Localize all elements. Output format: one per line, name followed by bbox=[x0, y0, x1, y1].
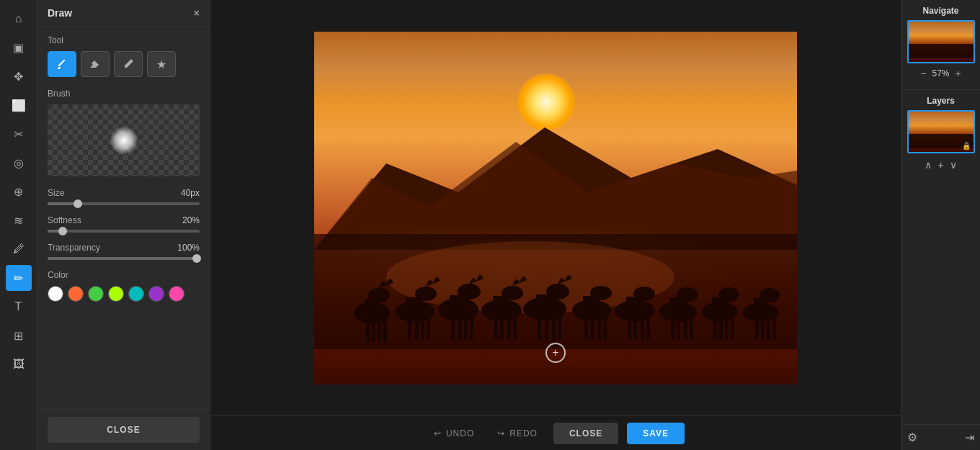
transparency-slider-track[interactable] bbox=[48, 257, 200, 260]
svg-rect-11 bbox=[406, 297, 422, 318]
svg-rect-20 bbox=[451, 317, 455, 340]
text-icon[interactable]: T bbox=[6, 294, 32, 320]
eraser-tool-btn[interactable] bbox=[81, 51, 110, 77]
layer-controls: ∧ + ∨ bbox=[907, 156, 974, 174]
draw-panel: Draw × Tool ★ Brush bbox=[37, 0, 210, 450]
pencil-tool-btn[interactable] bbox=[114, 51, 143, 77]
softness-value: 20% bbox=[182, 215, 200, 225]
svg-rect-27 bbox=[494, 318, 498, 339]
svg-rect-72 bbox=[772, 320, 776, 339]
tool-section-label: Tool bbox=[48, 35, 200, 45]
color-swatch-pink[interactable] bbox=[169, 286, 184, 302]
undo-button[interactable]: ↩ UNDO bbox=[427, 424, 481, 443]
zoom-in-button[interactable]: + bbox=[956, 68, 961, 79]
left-toolbar: ⌂ ▣ ✥ ⬜ ✂ ◎ ⊕ ≋ 🖉 ✏ T ⊞ 🖼 bbox=[0, 0, 37, 450]
softness-slider-thumb[interactable] bbox=[58, 227, 67, 235]
svg-rect-16 bbox=[427, 319, 430, 339]
expand-button[interactable]: ⇥ bbox=[965, 431, 974, 444]
crop-icon[interactable]: ⬜ bbox=[6, 92, 32, 118]
svg-rect-21 bbox=[458, 317, 462, 340]
svg-rect-30 bbox=[513, 318, 517, 339]
bottom-close-button[interactable]: CLOSE bbox=[553, 423, 618, 444]
eyedropper-icon[interactable]: 🖉 bbox=[6, 236, 32, 262]
brush-tool-btn[interactable] bbox=[48, 51, 76, 77]
settings-button[interactable]: ⚙ bbox=[907, 431, 917, 444]
svg-rect-69 bbox=[755, 320, 759, 339]
svg-rect-34 bbox=[538, 316, 541, 341]
scissors-icon[interactable]: ✂ bbox=[6, 121, 32, 147]
wave-icon[interactable]: ≋ bbox=[6, 207, 32, 233]
color-swatch-white[interactable] bbox=[48, 286, 63, 302]
svg-rect-51 bbox=[646, 318, 650, 339]
image-icon[interactable]: 🖼 bbox=[6, 351, 32, 377]
right-panel-footer: ⚙ ⇥ bbox=[901, 424, 980, 450]
color-swatch-teal[interactable] bbox=[128, 286, 144, 302]
crosshair[interactable]: + bbox=[545, 343, 566, 363]
size-slider-row: Size 40px bbox=[48, 188, 200, 205]
size-value: 40px bbox=[181, 188, 200, 198]
size-slider-thumb[interactable] bbox=[74, 199, 82, 208]
svg-point-68 bbox=[760, 288, 780, 302]
color-swatch-orange[interactable] bbox=[68, 286, 84, 302]
stamp-icon[interactable]: ⊕ bbox=[6, 179, 32, 204]
svg-rect-50 bbox=[641, 318, 644, 339]
svg-point-12 bbox=[415, 287, 437, 301]
transparency-slider-thumb[interactable] bbox=[192, 254, 201, 263]
star-tool-btn[interactable]: ★ bbox=[147, 51, 176, 77]
transparency-value: 100% bbox=[177, 243, 200, 253]
svg-rect-22 bbox=[464, 317, 468, 340]
tool-buttons: ★ bbox=[48, 51, 200, 77]
canvas-viewport[interactable]: + bbox=[210, 0, 901, 415]
nav-thumbnail[interactable] bbox=[907, 20, 975, 63]
svg-point-5 bbox=[368, 288, 390, 302]
svg-rect-29 bbox=[507, 318, 511, 339]
save-button[interactable]: SAVE bbox=[627, 423, 685, 444]
size-slider-track[interactable] bbox=[48, 202, 200, 205]
zoom-out-button[interactable]: − bbox=[920, 68, 926, 79]
svg-rect-49 bbox=[633, 318, 637, 339]
softness-slider-track[interactable] bbox=[48, 230, 200, 233]
star-icon: ★ bbox=[156, 58, 166, 71]
home-icon[interactable]: ⌂ bbox=[6, 6, 32, 32]
svg-rect-6 bbox=[366, 320, 370, 342]
svg-rect-55 bbox=[671, 319, 674, 339]
layer-down-button[interactable]: ∨ bbox=[950, 159, 957, 171]
brush-preview bbox=[48, 104, 200, 176]
canvas-image[interactable]: + bbox=[314, 32, 797, 384]
draw-panel-close[interactable]: × bbox=[194, 7, 200, 19]
bottom-toolbar: ↩ UNDO ↪ REDO CLOSE SAVE bbox=[210, 415, 901, 450]
svg-point-40 bbox=[590, 286, 612, 300]
crosshair-icon: + bbox=[552, 346, 558, 359]
move-icon[interactable]: ✥ bbox=[6, 63, 32, 89]
svg-rect-71 bbox=[767, 320, 770, 339]
layer-up-button[interactable]: ∧ bbox=[925, 159, 932, 171]
draw-panel-close-button[interactable]: CLOSE bbox=[48, 417, 200, 443]
redo-button[interactable]: ↪ REDO bbox=[490, 424, 545, 443]
svg-point-61 bbox=[718, 287, 739, 302]
svg-rect-28 bbox=[500, 318, 504, 339]
grid-icon[interactable]: ⊞ bbox=[6, 323, 32, 348]
svg-rect-63 bbox=[719, 319, 723, 339]
layers-icon[interactable]: ▣ bbox=[6, 35, 32, 60]
color-swatch-green[interactable] bbox=[88, 286, 104, 302]
svg-rect-56 bbox=[677, 319, 680, 339]
transparency-label: Transparency bbox=[48, 243, 100, 253]
layer-thumbnail[interactable]: 🔒 bbox=[907, 110, 975, 153]
horses-strip bbox=[314, 234, 797, 349]
draw-icon[interactable]: ✏ bbox=[6, 265, 32, 291]
color-swatch-lime[interactable] bbox=[108, 286, 124, 302]
filter-icon[interactable]: ◎ bbox=[6, 150, 32, 176]
brush-section-label: Brush bbox=[48, 89, 200, 99]
layer-add-button[interactable]: + bbox=[937, 159, 943, 171]
transparency-slider-row: Transparency 100% bbox=[48, 243, 200, 260]
redo-icon: ↪ bbox=[497, 428, 505, 438]
svg-point-54 bbox=[677, 287, 698, 302]
undo-label: UNDO bbox=[446, 428, 474, 438]
svg-rect-35 bbox=[545, 316, 548, 341]
draw-panel-header: Draw × bbox=[37, 0, 210, 27]
horses-svg bbox=[314, 234, 797, 349]
nav-thumb-horses bbox=[909, 44, 974, 58]
redo-label: REDO bbox=[509, 428, 538, 438]
svg-rect-9 bbox=[383, 320, 387, 342]
color-swatch-purple[interactable] bbox=[148, 286, 164, 302]
